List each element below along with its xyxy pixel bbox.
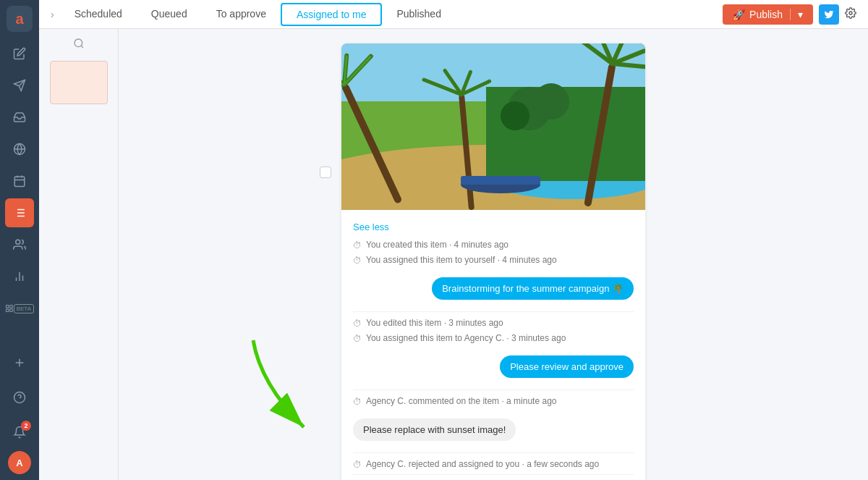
- feed-icon[interactable]: [5, 198, 34, 227]
- post-thumbnail[interactable]: [50, 61, 108, 104]
- publish-label: Publish: [749, 9, 783, 20]
- inbox-icon[interactable]: [5, 103, 34, 132]
- activity-text: You edited this item · 3 minutes ago: [366, 318, 503, 328]
- top-navigation: › Scheduled Queued To approve Assigned t…: [39, 0, 868, 29]
- activity-item: ⏱ You edited this item · 3 minutes ago: [353, 318, 634, 329]
- nav-tabs: Scheduled Queued To approve Assigned to …: [60, 0, 723, 29]
- svg-rect-20: [10, 309, 12, 311]
- post-checkbox[interactable]: [320, 167, 331, 178]
- divider: [353, 311, 634, 312]
- team-icon[interactable]: [5, 230, 34, 259]
- activity-item: ⏱ You created this item · 4 minutes ago: [353, 240, 634, 250]
- divider: [353, 452, 634, 453]
- calendar-icon[interactable]: [5, 167, 34, 195]
- clock-icon: ⏱: [353, 319, 362, 329]
- svg-rect-19: [10, 306, 12, 308]
- see-less-link[interactable]: See less: [353, 222, 634, 232]
- nav-arrow-icon[interactable]: ›: [51, 9, 54, 20]
- avatar[interactable]: A: [8, 451, 31, 474]
- tab-to-approve[interactable]: To approve: [202, 0, 281, 29]
- clock-icon: ⏱: [353, 256, 362, 266]
- svg-point-57: [501, 101, 529, 130]
- post-card: See less ⏱ You created this item · 4 min…: [341, 43, 645, 480]
- tab-published[interactable]: Published: [382, 0, 456, 29]
- beta-icon[interactable]: BETA: [5, 294, 34, 323]
- settings-icon[interactable]: [845, 7, 856, 22]
- chat-row-received: Please replace with sunset image!: [353, 413, 634, 447]
- chat-row-sent: Please review and approve: [353, 350, 634, 384]
- sent-message: Please review and approve: [500, 355, 634, 378]
- analytics-icon[interactable]: [5, 262, 34, 291]
- globe-icon[interactable]: [5, 135, 34, 164]
- activity-text: You assigned this item to yourself · 4 m…: [366, 255, 557, 265]
- sidebar: a BETA 2 A: [0, 0, 39, 480]
- activity-item: ⏱ Agency C. commented on the item · a mi…: [353, 396, 634, 407]
- search-icon[interactable]: [70, 35, 88, 55]
- clock-icon: ⏱: [353, 397, 362, 407]
- button-divider: [790, 9, 791, 20]
- clock-icon: ⏱: [353, 334, 362, 344]
- rocket-icon: 🚀: [733, 9, 745, 20]
- sidebar-bottom: 2 A: [5, 347, 34, 474]
- svg-point-56: [533, 83, 569, 119]
- app-logo[interactable]: a: [7, 6, 33, 32]
- svg-point-27: [75, 39, 82, 47]
- help-icon[interactable]: [5, 383, 34, 412]
- activity-item: ⏱ Agency C. rejected and assigned to you…: [353, 459, 634, 470]
- clock-icon: ⏱: [353, 240, 362, 250]
- tab-assigned-to-me[interactable]: Assigned to me: [281, 3, 383, 26]
- svg-rect-54: [461, 176, 540, 185]
- bell-icon[interactable]: 2: [5, 418, 34, 447]
- publish-button[interactable]: 🚀 Publish ▾: [723, 4, 813, 25]
- compose-icon[interactable]: [5, 39, 34, 68]
- sent-message: Brainstorming for the summer campaign 🌴: [432, 277, 634, 300]
- svg-rect-21: [6, 309, 8, 311]
- paper-plane-icon[interactable]: [5, 71, 34, 100]
- divider: [353, 390, 634, 390]
- notification-badge: 2: [21, 421, 31, 431]
- main-area: › Scheduled Queued To approve Assigned t…: [39, 0, 868, 480]
- svg-line-28: [81, 46, 83, 48]
- chat-row-sent: Brainstorming for the summer campaign 🌴: [353, 271, 634, 306]
- svg-rect-4: [14, 177, 25, 187]
- post-image: [341, 43, 645, 210]
- left-panel: [39, 29, 119, 480]
- activity-section: See less ⏱ You created this item · 4 min…: [341, 210, 645, 480]
- svg-point-14: [16, 240, 20, 244]
- plus-icon[interactable]: [5, 348, 34, 377]
- activity-text: You created this item · 4 minutes ago: [366, 240, 509, 250]
- activity-item: ⏱ You assigned this item to Agency C. · …: [353, 333, 634, 344]
- beta-label: BETA: [14, 304, 34, 313]
- activity-text: Agency C. rejected and assigned to you ·…: [366, 459, 599, 469]
- clock-icon: ⏱: [353, 460, 362, 470]
- svg-point-26: [849, 12, 852, 14]
- feed-area: See less ⏱ You created this item · 4 min…: [119, 29, 868, 480]
- tab-scheduled[interactable]: Scheduled: [60, 0, 137, 29]
- content-area: See less ⏱ You created this item · 4 min…: [39, 29, 868, 480]
- svg-rect-18: [6, 306, 8, 308]
- activity-text: Agency C. commented on the item · a minu…: [366, 396, 556, 406]
- twitter-icon[interactable]: [819, 4, 839, 25]
- received-message: Please replace with sunset image!: [353, 418, 516, 441]
- tab-queued[interactable]: Queued: [137, 0, 202, 29]
- activity-text: You assigned this item to Agency C. · 3 …: [366, 333, 566, 343]
- publish-chevron-icon: ▾: [798, 9, 803, 20]
- action-bar: ✏ Edit 👤 Assign Approve this content: [353, 474, 634, 480]
- activity-item: ⏱ You assigned this item to yourself · 4…: [353, 255, 634, 266]
